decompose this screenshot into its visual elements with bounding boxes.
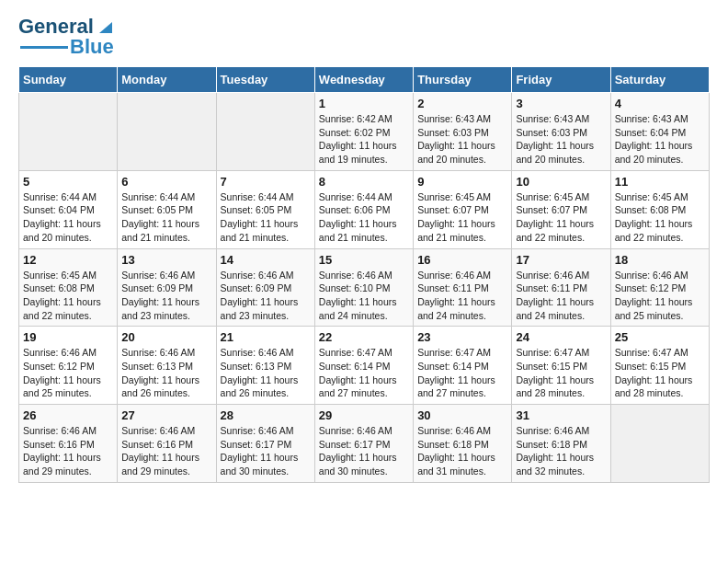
day-number: 18 [615,253,705,267]
calendar-week-2: 5Sunrise: 6:44 AM Sunset: 6:04 PM Daylig… [19,170,710,248]
calendar-cell: 3Sunrise: 6:43 AM Sunset: 6:03 PM Daylig… [512,93,610,171]
day-info: Sunrise: 6:46 AM Sunset: 6:18 PM Dayligh… [516,424,606,478]
day-number: 20 [121,330,211,344]
calendar-cell: 19Sunrise: 6:46 AM Sunset: 6:12 PM Dayli… [19,327,118,405]
calendar-week-1: 1Sunrise: 6:42 AM Sunset: 6:02 PM Daylig… [19,93,710,171]
weekday-header-wednesday: Wednesday [314,67,413,93]
day-number: 15 [319,253,409,267]
day-info: Sunrise: 6:47 AM Sunset: 6:14 PM Dayligh… [417,346,507,400]
day-info: Sunrise: 6:44 AM Sunset: 6:05 PM Dayligh… [121,190,211,245]
day-number: 30 [417,408,507,422]
day-number: 31 [516,408,606,422]
day-info: Sunrise: 6:45 AM Sunset: 6:08 PM Dayligh… [23,269,113,323]
calendar-cell [19,93,118,171]
day-info: Sunrise: 6:42 AM Sunset: 6:02 PM Dayligh… [319,112,409,167]
day-number: 8 [319,175,409,189]
day-info: Sunrise: 6:47 AM Sunset: 6:14 PM Dayligh… [319,346,409,400]
weekday-header-friday: Friday [512,67,610,93]
day-number: 23 [417,330,507,344]
day-number: 27 [121,408,211,422]
calendar-body: 1Sunrise: 6:42 AM Sunset: 6:02 PM Daylig… [19,93,710,483]
day-info: Sunrise: 6:46 AM Sunset: 6:16 PM Dayligh… [23,424,113,478]
day-number: 25 [615,330,705,344]
calendar-cell: 28Sunrise: 6:46 AM Sunset: 6:17 PM Dayli… [216,405,314,483]
day-info: Sunrise: 6:46 AM Sunset: 6:13 PM Dayligh… [121,346,211,400]
calendar-cell: 29Sunrise: 6:46 AM Sunset: 6:17 PM Dayli… [314,405,413,483]
day-number: 4 [615,97,705,110]
day-info: Sunrise: 6:46 AM Sunset: 6:17 PM Dayligh… [319,424,409,478]
day-info: Sunrise: 6:46 AM Sunset: 6:18 PM Dayligh… [417,424,507,478]
day-number: 14 [221,253,311,267]
day-number: 17 [516,253,606,267]
svg-marker-0 [99,22,112,33]
calendar-cell: 27Sunrise: 6:46 AM Sunset: 6:16 PM Dayli… [118,405,216,483]
calendar-cell: 10Sunrise: 6:45 AM Sunset: 6:07 PM Dayli… [512,170,610,248]
calendar-cell: 4Sunrise: 6:43 AM Sunset: 6:04 PM Daylig… [610,93,709,171]
calendar-cell: 15Sunrise: 6:46 AM Sunset: 6:10 PM Dayli… [314,248,413,327]
day-info: Sunrise: 6:45 AM Sunset: 6:08 PM Dayligh… [615,190,705,245]
day-info: Sunrise: 6:43 AM Sunset: 6:03 PM Dayligh… [516,112,606,167]
day-info: Sunrise: 6:47 AM Sunset: 6:15 PM Dayligh… [615,346,705,400]
day-info: Sunrise: 6:46 AM Sunset: 6:12 PM Dayligh… [23,346,113,400]
day-number: 16 [417,253,507,267]
calendar-cell: 13Sunrise: 6:46 AM Sunset: 6:09 PM Dayli… [118,248,216,327]
calendar-cell: 6Sunrise: 6:44 AM Sunset: 6:05 PM Daylig… [118,170,216,248]
calendar-cell: 26Sunrise: 6:46 AM Sunset: 6:16 PM Dayli… [19,405,118,483]
calendar-cell: 22Sunrise: 6:47 AM Sunset: 6:14 PM Dayli… [314,327,413,405]
calendar-cell: 30Sunrise: 6:46 AM Sunset: 6:18 PM Dayli… [414,405,512,483]
day-info: Sunrise: 6:46 AM Sunset: 6:10 PM Dayligh… [319,269,409,323]
day-info: Sunrise: 6:46 AM Sunset: 6:12 PM Dayligh… [615,269,705,323]
calendar-week-5: 26Sunrise: 6:46 AM Sunset: 6:16 PM Dayli… [19,405,710,483]
day-info: Sunrise: 6:44 AM Sunset: 6:05 PM Dayligh… [221,190,311,245]
calendar-cell: 8Sunrise: 6:44 AM Sunset: 6:06 PM Daylig… [314,170,413,248]
calendar-cell: 31Sunrise: 6:46 AM Sunset: 6:18 PM Dayli… [512,405,610,483]
calendar-cell: 1Sunrise: 6:42 AM Sunset: 6:02 PM Daylig… [314,93,413,171]
calendar-header: SundayMondayTuesdayWednesdayThursdayFrid… [19,67,710,93]
calendar-week-4: 19Sunrise: 6:46 AM Sunset: 6:12 PM Dayli… [19,327,710,405]
calendar-cell: 7Sunrise: 6:44 AM Sunset: 6:05 PM Daylig… [216,170,314,248]
weekday-header-row: SundayMondayTuesdayWednesdayThursdayFrid… [19,67,710,93]
day-info: Sunrise: 6:43 AM Sunset: 6:04 PM Dayligh… [615,112,705,167]
weekday-header-tuesday: Tuesday [216,67,314,93]
day-number: 26 [23,408,113,422]
day-info: Sunrise: 6:46 AM Sunset: 6:11 PM Dayligh… [417,269,507,323]
day-number: 21 [221,330,311,344]
calendar-cell: 12Sunrise: 6:45 AM Sunset: 6:08 PM Dayli… [19,248,118,327]
calendar-cell: 20Sunrise: 6:46 AM Sunset: 6:13 PM Dayli… [118,327,216,405]
calendar-cell: 11Sunrise: 6:45 AM Sunset: 6:08 PM Dayli… [610,170,709,248]
day-info: Sunrise: 6:46 AM Sunset: 6:09 PM Dayligh… [221,269,311,323]
day-number: 1 [319,97,409,110]
logo: General Blue [18,9,116,59]
calendar-cell: 14Sunrise: 6:46 AM Sunset: 6:09 PM Dayli… [216,248,314,327]
calendar-cell [610,405,709,483]
day-info: Sunrise: 6:47 AM Sunset: 6:15 PM Dayligh… [516,346,606,400]
logo-icon [96,17,116,37]
day-number: 12 [23,253,113,267]
calendar-cell: 2Sunrise: 6:43 AM Sunset: 6:03 PM Daylig… [414,93,512,171]
day-number: 24 [516,330,606,344]
day-number: 22 [319,330,409,344]
calendar-cell: 25Sunrise: 6:47 AM Sunset: 6:15 PM Dayli… [610,327,709,405]
day-info: Sunrise: 6:46 AM Sunset: 6:17 PM Dayligh… [221,424,311,478]
day-number: 19 [23,330,113,344]
logo-blue: Blue [70,35,114,59]
day-number: 28 [221,408,311,422]
day-number: 6 [121,175,211,189]
calendar-cell: 21Sunrise: 6:46 AM Sunset: 6:13 PM Dayli… [216,327,314,405]
calendar-cell [118,93,216,171]
day-number: 11 [615,175,705,189]
page-header: General Blue [18,9,710,59]
day-number: 10 [516,175,606,189]
day-number: 13 [121,253,211,267]
weekday-header-thursday: Thursday [414,67,512,93]
calendar-cell: 17Sunrise: 6:46 AM Sunset: 6:11 PM Dayli… [512,248,610,327]
day-info: Sunrise: 6:46 AM Sunset: 6:09 PM Dayligh… [121,269,211,323]
calendar-cell: 23Sunrise: 6:47 AM Sunset: 6:14 PM Dayli… [414,327,512,405]
calendar-cell: 9Sunrise: 6:45 AM Sunset: 6:07 PM Daylig… [414,170,512,248]
calendar-table: SundayMondayTuesdayWednesdayThursdayFrid… [18,66,710,483]
calendar-cell: 18Sunrise: 6:46 AM Sunset: 6:12 PM Dayli… [610,248,709,327]
weekday-header-saturday: Saturday [610,67,709,93]
day-number: 29 [319,408,409,422]
calendar-cell [216,93,314,171]
day-info: Sunrise: 6:44 AM Sunset: 6:04 PM Dayligh… [23,190,113,245]
